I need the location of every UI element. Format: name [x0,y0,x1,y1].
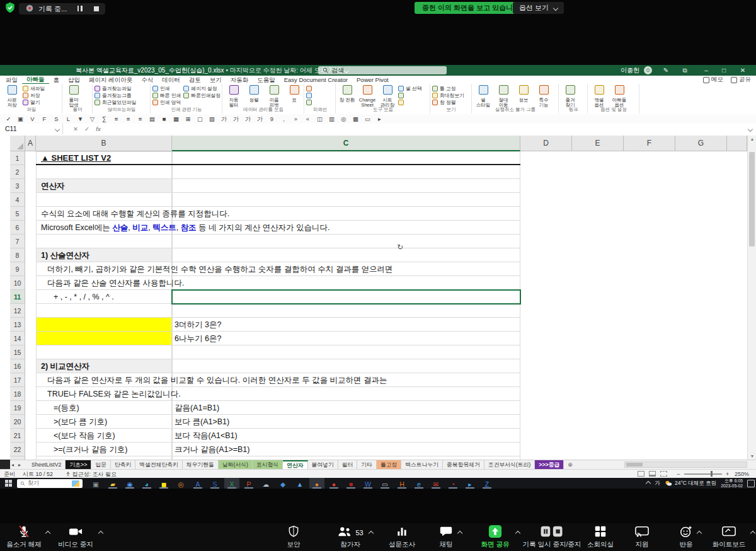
clock[interactable]: 오후 6:052023-05-02 [721,478,743,488]
align-justify-icon[interactable]: ▤ [146,114,158,124]
sheet-tab-2[interactable]: 입문 [91,460,111,469]
restore-button[interactable]: □ [716,65,732,76]
ribbon-tab-3[interactable]: 삽입 [64,76,84,84]
font-shrink-icon[interactable]: 가 [230,114,242,124]
row-header-3[interactable]: 3 [10,179,25,193]
zoom-in-button[interactable]: + [726,470,729,478]
font-color-icon[interactable]: 가 [254,114,266,124]
cell-C4[interactable] [172,193,520,207]
taskbar-app-word-icon[interactable]: W [360,478,375,489]
cell-B6[interactable] [36,221,172,235]
ribbon-button-이름 피벗[interactable]: 이름 피벗 [265,85,284,108]
accessibility-status[interactable]: 접근성: 조사 필요 [66,470,117,478]
row-header-6[interactable]: 6 [10,221,25,235]
row-header-1[interactable]: 1 [10,151,25,165]
ribbon-small-button-열기[interactable]: 열기 [23,99,47,106]
cell-B16[interactable] [36,359,172,373]
font-grow-icon[interactable]: 가 [218,114,230,124]
cell-B14[interactable] [36,332,172,345]
filter-icon[interactable]: ▼ [74,114,86,124]
cell-B22[interactable] [36,443,172,456]
participants-button[interactable]: 53참가자 [328,525,373,550]
avatar[interactable]: ☺ [644,66,652,74]
taskbar-app-search-app-icon[interactable]: ◎ [173,478,188,489]
cell-C15[interactable] [172,345,520,359]
ribbon-tab-6[interactable]: 데이터 [158,76,185,84]
taskbar-app-pointer-app-icon[interactable]: ▸ [462,478,478,489]
ribbon-tab-1[interactable]: 아빠둘 [22,75,49,84]
ime-indicator[interactable]: 가 [655,479,660,487]
ribbon-small-button-인쇄 영역[interactable]: 인쇄 영역 [152,99,183,106]
normal-view-icon[interactable] [638,471,644,477]
column-header-G[interactable]: G [675,136,727,151]
more-icon[interactable]: ▸ [374,114,386,124]
ribbon-small-button-셀 선택[interactable]: 셀 선택 [398,85,425,92]
cell-B20[interactable] [36,415,172,429]
window-icon[interactable]: ▢ [194,114,206,124]
ribbon-small-button-빠른 인쇄[interactable]: 빠른 인쇄 [152,92,183,99]
ribbon-tab-7[interactable]: 검토 [185,76,205,84]
formula-input[interactable] [106,124,743,134]
cell-C20[interactable] [172,415,520,429]
cell-C22[interactable] [172,443,520,456]
ribbon-tab-2[interactable]: 홈 [49,76,64,84]
align-right-icon[interactable]: ≡ [134,114,146,124]
ribbon-small-button-icon-1[interactable] [306,92,314,99]
cell-C3[interactable] [172,179,520,193]
sheet-tab-1[interactable]: 기초>> [66,460,91,469]
taskbar-app-internet-explorer-icon[interactable]: e [411,478,427,489]
new-sheet-button[interactable]: ⊕ [564,460,576,469]
cell-B9[interactable] [36,262,172,276]
ribbon-tab-11[interactable]: Easy Document Creator [280,76,352,84]
cell-B15[interactable] [36,345,172,359]
ribbon-button-사본 저장[interactable]: 사본 저장 [3,85,21,108]
comments-button[interactable]: 메모 [703,76,723,84]
ribbon-button-엑셀 옵션[interactable]: 엑셀 옵션 [590,85,609,108]
search-box[interactable]: 검색 [318,66,447,74]
reactions-button[interactable]: 반응 [671,525,701,550]
taskbar-app-remote-desktop-icon[interactable]: ▭ [377,478,392,489]
row-format-icon[interactable]: ▥ [326,114,338,124]
taskbar-app-media-red-icon[interactable]: ● [326,478,341,489]
merge-cells-icon[interactable]: ◫ [314,114,326,124]
highlight-color-icon[interactable]: 가 [242,114,254,124]
polls-button[interactable]: 설문조사 [382,525,422,550]
ribbon-button-특수 기능[interactable]: 특수 기능 [534,85,553,108]
display-settings-icon[interactable]: ⧉ [677,65,693,76]
ribbon-button-창 전환[interactable]: 창 전환 [338,85,357,103]
select-all-corner[interactable] [10,136,25,151]
sheet-tab-8[interactable]: 연산자 [283,460,307,469]
cell-C17[interactable] [172,373,520,387]
ribbon-button-셀 스타일[interactable]: 셀 스타일 [474,85,493,108]
video-button[interactable]: 비디오 중지 [49,525,103,550]
cell-C12[interactable] [172,304,520,318]
row-header-7[interactable]: 7 [10,235,25,248]
decrease-indent-icon[interactable]: « [302,114,314,124]
borders-icon[interactable]: ⊞ [182,114,194,124]
ribbon-small-button-틀 고정[interactable]: 틀 고정 [432,85,467,92]
horizontal-scroll-thumb[interactable] [626,463,643,467]
ribbon-tab-5[interactable]: 수식 [137,76,158,84]
cell-C2[interactable] [172,165,520,179]
taskbar-app-hancom-app-icon[interactable]: H [394,478,410,489]
row-header-12[interactable]: 12 [10,304,25,318]
vertical-scrollbar[interactable]: ▲▼ [747,136,756,460]
unmute-button[interactable]: 음소거 해제 [0,525,50,550]
ribbon-tab-9[interactable]: 자동화 [226,76,253,84]
cell-B7[interactable] [36,235,172,248]
ribbon-tab-12[interactable]: Power Pivot [352,76,393,84]
row-header-15[interactable]: 15 [10,345,25,359]
cell-B11[interactable] [36,290,172,304]
pattern-icon[interactable]: ▧ [206,114,218,124]
cell-C8[interactable] [172,248,520,262]
ribbon-button-시트 관리창[interactable]: 시트 관리창 [378,85,397,108]
cell-C19[interactable] [172,401,520,415]
ribbon-small-button-저장[interactable]: 저장 [23,92,47,99]
cell-C13[interactable] [172,318,520,332]
notification-center-icon[interactable] [747,480,755,487]
taskbar-search[interactable]: 찾기 [17,479,83,488]
sheet-tab-11[interactable]: 기타 [357,460,377,469]
ribbon-small-button-빠른인쇄설정[interactable]: 빠른인쇄설정 [183,92,223,99]
row-header-14[interactable]: 14 [10,332,25,345]
ribbon-button-자동 필터[interactable]: 자동 필터 [224,85,243,108]
